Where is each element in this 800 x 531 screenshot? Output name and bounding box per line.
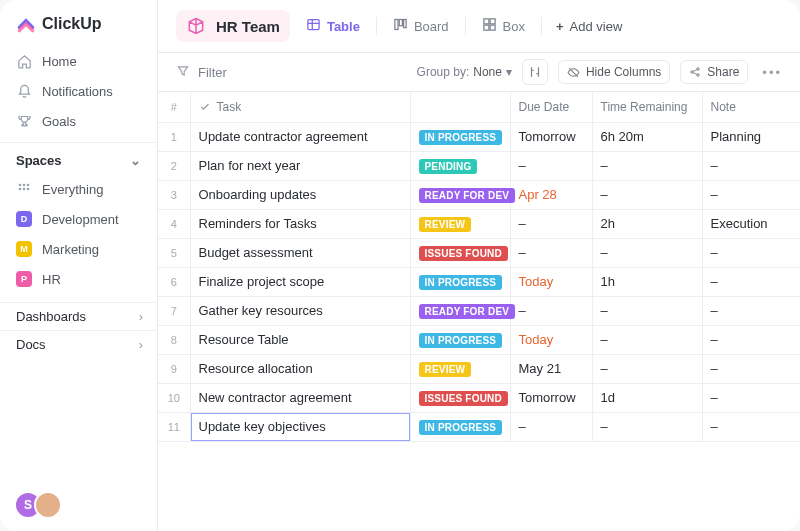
table-row[interactable]: 10New contractor agreementISSUES FOUNDTo…	[158, 383, 800, 412]
col-header-note[interactable]: Note	[702, 92, 800, 122]
task-name-cell[interactable]: Update contractor agreement	[190, 122, 410, 151]
col-header-time[interactable]: Time Remaining	[592, 92, 702, 122]
time-remaining-cell[interactable]: 2h	[592, 209, 702, 238]
table-row[interactable]: 2Plan for next yearPENDING–––	[158, 151, 800, 180]
task-name-cell[interactable]: Resource Table	[190, 325, 410, 354]
task-name-cell[interactable]: Finalize project scope	[190, 267, 410, 296]
due-date-cell[interactable]: Today	[510, 325, 592, 354]
time-remaining-cell[interactable]: –	[592, 238, 702, 267]
time-remaining-cell[interactable]: –	[592, 325, 702, 354]
note-cell[interactable]: –	[702, 267, 800, 296]
sidebar-space-hr[interactable]: PHR	[0, 264, 157, 294]
avatar[interactable]	[34, 491, 62, 519]
status-cell[interactable]: IN PROGRESS	[410, 412, 510, 441]
filter-icon[interactable]	[176, 64, 190, 81]
group-by-dropdown[interactable]: Group by: None ▾	[417, 65, 512, 79]
task-name-cell[interactable]: Budget assessment	[190, 238, 410, 267]
view-tab-board[interactable]: Board	[391, 13, 451, 39]
sidebar-item-trophy[interactable]: Goals	[0, 106, 157, 136]
member-avatars[interactable]: S	[0, 479, 157, 531]
status-cell[interactable]: REVIEW	[410, 354, 510, 383]
sidebar-space-marketing[interactable]: MMarketing	[0, 234, 157, 264]
col-header-due[interactable]: Due Date	[510, 92, 592, 122]
status-cell[interactable]: IN PROGRESS	[410, 122, 510, 151]
task-name-cell[interactable]: Update key objectives	[190, 412, 410, 441]
note-cell[interactable]: –	[702, 383, 800, 412]
note-cell[interactable]: –	[702, 151, 800, 180]
sidebar-docs[interactable]: Docs ›	[0, 330, 157, 358]
table-scroll[interactable]: # Task Due Date Time Remaining Note	[158, 92, 800, 531]
sidebar-dashboards[interactable]: Dashboards ›	[0, 302, 157, 330]
status-cell[interactable]: REVIEW	[410, 209, 510, 238]
time-remaining-cell[interactable]: 6h 20m	[592, 122, 702, 151]
bell-icon	[16, 83, 32, 99]
view-tab-table[interactable]: Table	[304, 13, 362, 39]
due-date-cell[interactable]: –	[510, 209, 592, 238]
status-cell[interactable]: IN PROGRESS	[410, 325, 510, 354]
task-name-cell[interactable]: Plan for next year	[190, 151, 410, 180]
due-date-cell[interactable]: –	[510, 238, 592, 267]
time-remaining-cell[interactable]: –	[592, 354, 702, 383]
status-cell[interactable]: ISSUES FOUND	[410, 238, 510, 267]
col-header-status[interactable]	[410, 92, 510, 122]
time-remaining-cell[interactable]: –	[592, 296, 702, 325]
col-header-index[interactable]: #	[158, 92, 190, 122]
table-row[interactable]: 7Gather key resourcesREADY FOR DEV–––	[158, 296, 800, 325]
status-cell[interactable]: ISSUES FOUND	[410, 383, 510, 412]
table-row[interactable]: 9Resource allocationREVIEWMay 21––	[158, 354, 800, 383]
note-cell[interactable]: Execution	[702, 209, 800, 238]
spaces-header[interactable]: Spaces ⌄	[0, 142, 157, 174]
col-header-task[interactable]: Task	[190, 92, 410, 122]
settings-toggle-button[interactable]	[522, 59, 548, 85]
task-name-cell[interactable]: New contractor agreement	[190, 383, 410, 412]
due-date-cell[interactable]: Tomorrow	[510, 122, 592, 151]
status-cell[interactable]: READY FOR DEV	[410, 296, 510, 325]
time-remaining-cell[interactable]: –	[592, 180, 702, 209]
note-cell[interactable]: –	[702, 325, 800, 354]
time-remaining-cell[interactable]: –	[592, 412, 702, 441]
note-cell[interactable]: –	[702, 180, 800, 209]
svg-rect-12	[483, 25, 488, 30]
task-name-cell[interactable]: Onboarding updates	[190, 180, 410, 209]
due-date-cell[interactable]: –	[510, 296, 592, 325]
hide-columns-button[interactable]: Hide Columns	[558, 60, 670, 84]
sidebar-item-bell[interactable]: Notifications	[0, 76, 157, 106]
space-chip[interactable]: HR Team	[176, 10, 290, 42]
note-cell[interactable]: –	[702, 412, 800, 441]
note-cell[interactable]: –	[702, 354, 800, 383]
table-row[interactable]: 11Update key objectivesIN PROGRESS–––	[158, 412, 800, 441]
note-cell[interactable]: Planning	[702, 122, 800, 151]
time-remaining-cell[interactable]: 1h	[592, 267, 702, 296]
task-name-cell[interactable]: Resource allocation	[190, 354, 410, 383]
due-date-cell[interactable]: –	[510, 151, 592, 180]
table-row[interactable]: 1Update contractor agreementIN PROGRESST…	[158, 122, 800, 151]
due-date-cell[interactable]: Today	[510, 267, 592, 296]
view-tab-box[interactable]: Box	[480, 13, 527, 39]
table-row[interactable]: 6Finalize project scopeIN PROGRESSToday1…	[158, 267, 800, 296]
table-row[interactable]: 4Reminders for TasksREVIEW–2hExecution	[158, 209, 800, 238]
due-date-cell[interactable]: –	[510, 412, 592, 441]
sidebar-item-everything[interactable]: Everything	[0, 174, 157, 204]
filter-label[interactable]: Filter	[198, 65, 227, 80]
add-view-button[interactable]: + Add view	[556, 19, 622, 34]
due-date-cell[interactable]: Apr 28	[510, 180, 592, 209]
status-cell[interactable]: PENDING	[410, 151, 510, 180]
task-name-cell[interactable]: Reminders for Tasks	[190, 209, 410, 238]
due-date-cell[interactable]: May 21	[510, 354, 592, 383]
sidebar-space-development[interactable]: DDevelopment	[0, 204, 157, 234]
due-date-cell[interactable]: Tomorrow	[510, 383, 592, 412]
table-row[interactable]: 8Resource TableIN PROGRESSToday––	[158, 325, 800, 354]
share-button[interactable]: Share	[680, 60, 748, 84]
note-cell[interactable]: –	[702, 238, 800, 267]
brand-logo[interactable]: ClickUp	[0, 0, 157, 46]
time-remaining-cell[interactable]: –	[592, 151, 702, 180]
note-cell[interactable]: –	[702, 296, 800, 325]
sidebar-item-home[interactable]: Home	[0, 46, 157, 76]
table-row[interactable]: 5Budget assessmentISSUES FOUND–––	[158, 238, 800, 267]
table-row[interactable]: 3Onboarding updatesREADY FOR DEVApr 28––	[158, 180, 800, 209]
status-cell[interactable]: IN PROGRESS	[410, 267, 510, 296]
time-remaining-cell[interactable]: 1d	[592, 383, 702, 412]
more-menu-button[interactable]: •••	[758, 65, 786, 80]
task-name-cell[interactable]: Gather key resources	[190, 296, 410, 325]
status-cell[interactable]: READY FOR DEV	[410, 180, 510, 209]
